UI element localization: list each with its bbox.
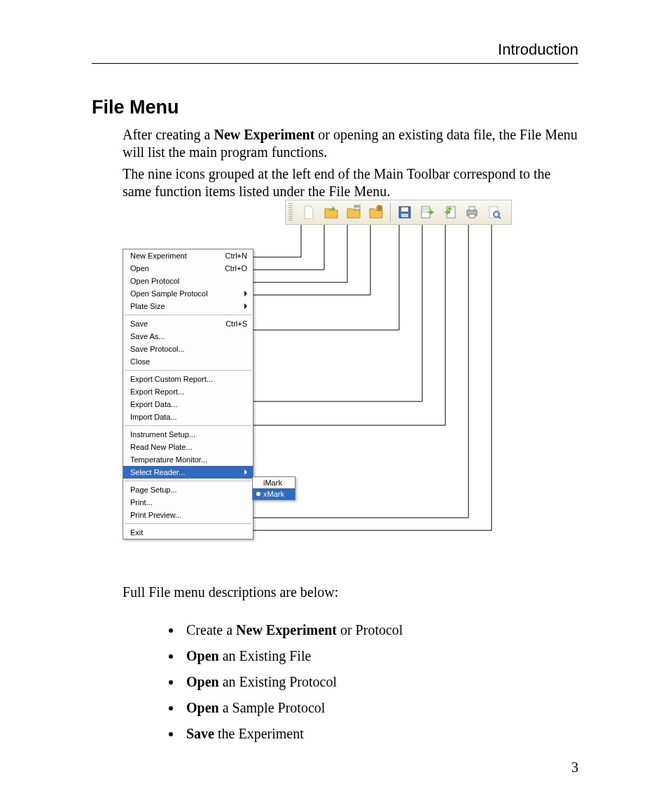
page-number: 3 — [571, 759, 578, 776]
paragraph-3: Full File menu descriptions are below: — [123, 584, 578, 600]
menu-item-export-report[interactable]: Export Report... — [123, 385, 253, 398]
menu-item-export-custom-report[interactable]: Export Custom Report... — [123, 373, 253, 385]
menu-item-label: Export Custom Report... — [130, 375, 247, 383]
menu-item-save-as[interactable]: Save As... — [123, 330, 253, 343]
bullet-bold: Open — [186, 648, 219, 663]
bullet-bold: New Experiment — [236, 622, 337, 638]
menu-item-new-experiment[interactable]: New Experiment Ctrl+N — [123, 249, 253, 262]
bullet-item: Save the Experiment — [182, 726, 578, 742]
menu-item-label: Save As... — [130, 332, 247, 340]
menu-item-save-protocol[interactable]: Save Protocol... — [123, 343, 253, 355]
bullet-item: Create a New Experiment or Protocol — [182, 622, 578, 638]
header-rule — [92, 63, 578, 64]
menu-item-shortcut: Ctrl+O — [225, 264, 247, 273]
bullet-bold: Save — [186, 726, 214, 741]
menu-item-open-sample-protocol[interactable]: Open Sample Protocol — [123, 287, 253, 300]
select-reader-submenu: iMark xMark — [252, 476, 295, 500]
toolbar-import-button[interactable] — [439, 202, 460, 223]
svg-line-17 — [499, 216, 501, 219]
open-protocol-icon — [345, 204, 362, 221]
menu-item-label: Save — [130, 319, 221, 328]
menu-item-label: Open Protocol — [130, 277, 247, 285]
menu-item-label: Temperature Monitor... — [130, 455, 247, 464]
submenu-item-label: iMark — [263, 479, 282, 487]
menu-item-print-preview[interactable]: Print Preview... — [123, 509, 253, 521]
menu-item-label: Export Data... — [130, 400, 247, 408]
submenu-item-xmark[interactable]: xMark — [253, 488, 295, 500]
bullet-text: an Existing Protocol — [219, 674, 337, 689]
svg-rect-6 — [401, 207, 408, 212]
menu-item-label: Print... — [130, 498, 247, 507]
toolbar-grip-icon — [288, 203, 293, 221]
toolbar-print-preview-button[interactable] — [484, 202, 505, 223]
bullet-text: an Existing File — [219, 648, 312, 663]
bullet-item: Open a Sample Protocol — [182, 700, 578, 716]
bullet-item: Open an Existing Protocol — [182, 674, 578, 690]
file-menu-figure: New Experiment Ctrl+N Open Ctrl+O Open P… — [123, 200, 515, 571]
menu-item-label: Export Report... — [130, 387, 247, 396]
menu-item-export-data[interactable]: Export Data... — [123, 398, 253, 411]
bullet-text: Create a — [186, 622, 236, 638]
toolbar-open-protocol-button[interactable] — [343, 202, 364, 223]
toolbar-save-button[interactable] — [394, 202, 415, 223]
menu-item-label: Open — [130, 264, 221, 273]
menu-item-shortcut: Ctrl+S — [225, 319, 247, 328]
menu-item-label: Import Data... — [130, 413, 247, 421]
menu-item-save[interactable]: Save Ctrl+S — [123, 317, 253, 330]
export-icon — [419, 204, 436, 221]
menu-item-label: New Experiment — [130, 252, 221, 260]
toolbar-export-button[interactable] — [417, 202, 438, 223]
menu-item-label: Select Reader... — [130, 468, 240, 476]
toolbar-open-sample-protocol-button[interactable] — [366, 202, 387, 223]
submenu-item-imark[interactable]: iMark — [253, 477, 295, 488]
menu-separator — [125, 481, 251, 481]
menu-item-print[interactable]: Print... — [123, 496, 253, 509]
toolbar-new-experiment-button[interactable] — [298, 202, 319, 223]
paragraph-2: The nine icons grouped at the left end o… — [123, 165, 578, 200]
main-toolbar — [285, 200, 512, 225]
svg-rect-9 — [422, 208, 429, 210]
menu-item-select-reader[interactable]: Select Reader... — [123, 466, 253, 479]
svg-rect-4 — [379, 207, 381, 209]
open-icon — [323, 204, 340, 221]
menu-item-label: Plate Size — [130, 302, 240, 310]
new-experiment-icon — [300, 204, 317, 221]
menu-item-plate-size[interactable]: Plate Size — [123, 300, 253, 312]
menu-separator — [125, 315, 251, 315]
menu-item-label: Print Preview... — [130, 511, 247, 519]
menu-item-page-setup[interactable]: Page Setup... — [123, 483, 253, 496]
para1-pre: After creating a — [123, 127, 214, 142]
menu-item-import-data[interactable]: Import Data... — [123, 411, 253, 423]
toolbar-separator-icon — [390, 203, 391, 221]
bullet-text: or Protocol — [337, 622, 403, 638]
menu-item-label: Close — [130, 357, 247, 366]
menu-item-open[interactable]: Open Ctrl+O — [123, 262, 253, 275]
menu-item-label: Page Setup... — [130, 486, 247, 494]
menu-item-instrument-setup[interactable]: Instrument Setup... — [123, 428, 253, 441]
menu-separator — [125, 425, 251, 426]
svg-rect-13 — [469, 207, 475, 210]
import-icon — [441, 204, 458, 221]
print-preview-icon — [486, 204, 503, 221]
menu-item-open-protocol[interactable]: Open Protocol — [123, 275, 253, 287]
section-header: Introduction — [92, 41, 578, 59]
toolbar-open-button[interactable] — [321, 202, 342, 223]
para1-bold: New Experiment — [214, 127, 314, 142]
menu-item-temperature-monitor[interactable]: Temperature Monitor... — [123, 453, 253, 466]
menu-item-label: Open Sample Protocol — [130, 289, 240, 298]
bullet-item: Open an Existing File — [182, 648, 578, 664]
bullet-bold: Open — [186, 674, 219, 689]
bullet-text: a Sample Protocol — [219, 700, 326, 715]
open-sample-protocol-icon — [368, 204, 384, 221]
menu-item-label: Read New Plate... — [130, 443, 247, 451]
menu-item-shortcut: Ctrl+N — [225, 252, 247, 260]
menu-item-read-new-plate[interactable]: Read New Plate... — [123, 441, 253, 453]
menu-separator — [125, 370, 251, 371]
page-heading: File Menu — [92, 97, 179, 118]
submenu-item-label: xMark — [263, 490, 284, 498]
menu-item-label: Exit — [130, 528, 247, 537]
toolbar-print-button[interactable] — [461, 202, 482, 223]
menu-item-exit[interactable]: Exit — [123, 526, 253, 539]
menu-item-close[interactable]: Close — [123, 355, 253, 368]
submenu-arrow-icon — [244, 291, 247, 296]
